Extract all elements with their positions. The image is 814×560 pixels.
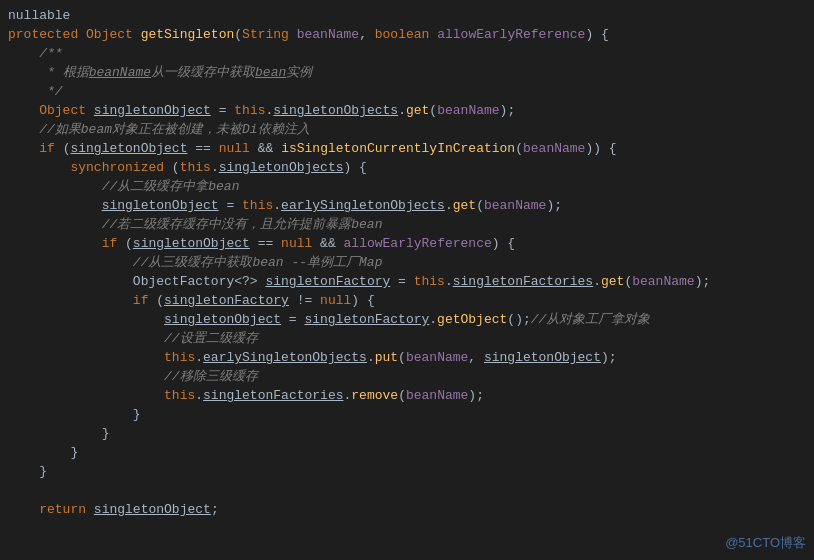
code-line-27: return singletonObject ; — [0, 500, 814, 519]
code-line-10: //从二级缓存中拿bean — [0, 177, 814, 196]
code-line-19: this . earlySingletonObjects . put ( bea… — [0, 348, 814, 367]
code-editor: nullable protected Object getSingleton (… — [0, 0, 814, 560]
code-line-8: if ( singletonObject == null && isSingle… — [0, 139, 814, 158]
code-line-21: this . singletonFactories . remove ( bea… — [0, 386, 814, 405]
code-line-15: ObjectFactory <?> singletonFactory = thi… — [0, 272, 814, 291]
code-line-2: protected Object getSingleton ( String b… — [0, 25, 814, 44]
code-line-16: if ( singletonFactory != null ) { — [0, 291, 814, 310]
watermark: @51CTO博客 — [725, 534, 806, 552]
code-line-4: * 根据 beanName 从一级缓存中获取 bean 实例 — [0, 63, 814, 82]
code-line-14: //从三级缓存中获取bean --单例工厂Map — [0, 253, 814, 272]
code-line-1: nullable — [0, 6, 814, 25]
code-line-6: Object singletonObject = this . singleto… — [0, 101, 814, 120]
code-line-11: singletonObject = this . earlySingletonO… — [0, 196, 814, 215]
code-line-3: /** — [0, 44, 814, 63]
code-line-9: synchronized ( this . singletonObjects )… — [0, 158, 814, 177]
code-line-22: } — [0, 405, 814, 424]
code-line-13: if ( singletonObject == null && allowEar… — [0, 234, 814, 253]
code-line-12: //若二级缓存缓存中没有，且允许提前暴露bean — [0, 215, 814, 234]
code-line-5: */ — [0, 82, 814, 101]
code-line-24: } — [0, 443, 814, 462]
code-line-26 — [0, 481, 814, 500]
code-line-17: singletonObject = singletonFactory . get… — [0, 310, 814, 329]
code-line-23: } — [0, 424, 814, 443]
code-line-25: } — [0, 462, 814, 481]
code-line-20: //移除三级缓存 — [0, 367, 814, 386]
code-line-18: //设置二级缓存 — [0, 329, 814, 348]
code-line-7: //如果beam对象正在被创建，未被Di依赖注入 — [0, 120, 814, 139]
